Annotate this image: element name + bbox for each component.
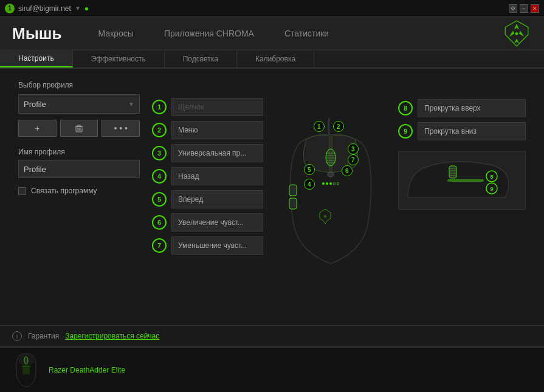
profile-select-label: Выбор профиля (18, 81, 140, 89)
mouse-btn-6-label: 6 (342, 165, 353, 176)
mapping-row-1: 1 Щелчок (152, 98, 263, 116)
mapping-input-8[interactable]: Прокрутка вверх (418, 99, 526, 117)
warranty-label: Гарантия (28, 332, 59, 340)
device-thumb-svg (14, 352, 38, 388)
user-badge: 1 (5, 4, 15, 13)
mapping-input-4[interactable]: Назад (171, 167, 263, 185)
svg-point-20 (329, 182, 332, 185)
mapping-num-9: 9 (398, 124, 413, 139)
svg-text:8: 8 (490, 174, 493, 180)
profile-name-input[interactable] (18, 160, 140, 178)
button-mappings-left: 1 Щелчок 2 Меню 3 Универсальная пр... 4 … (152, 81, 263, 313)
profile-buttons: + • • • (18, 120, 140, 137)
mapping-num-3: 3 (152, 146, 167, 160)
mapping-input-9[interactable]: Прокрутка вниз (418, 122, 526, 140)
trash-icon (75, 125, 83, 132)
mapping-input-3[interactable]: Универсальная пр... (171, 144, 263, 162)
svg-rect-32 (447, 179, 484, 182)
mouse-btn-1-label: 1 (314, 121, 325, 132)
mapping-num-8: 8 (398, 101, 413, 115)
add-profile-button[interactable]: + (18, 120, 57, 137)
mapping-num-4: 4 (152, 169, 167, 184)
mapping-num-6: 6 (152, 215, 167, 230)
title-bar-controls: ⚙ – ✕ (509, 4, 539, 13)
svg-rect-15 (289, 185, 297, 196)
razer-logo (501, 20, 532, 47)
svg-point-33 (24, 357, 28, 364)
mapping-row-5: 5 Вперед (152, 190, 263, 208)
mapping-num-7: 7 (152, 238, 167, 253)
dropdown-icon: ▼ (75, 5, 81, 12)
status-icon: ● (84, 4, 89, 13)
register-link[interactable]: Зарегистрироваться сейчас (65, 332, 159, 340)
svg-text:9: 9 (490, 186, 493, 192)
title-bar: 1 siruf@bigmir.net ▼ ● ⚙ – ✕ (0, 0, 544, 17)
mapping-input-1[interactable]: Щелчок (171, 98, 263, 116)
main-nav: Мышь Макросы Приложения CHROMA Статистик… (0, 17, 544, 50)
sub-nav: Настроить Эффективность Подсветка Калибр… (0, 50, 544, 69)
subnav-calibration[interactable]: Калибровка (237, 50, 314, 67)
nav-stats[interactable]: Статистики (284, 29, 329, 38)
subnav-configure[interactable]: Настроить (0, 50, 73, 67)
mapping-row-2: 2 Меню (152, 121, 263, 139)
device-name-label: Razer DeathAdder Elite (49, 366, 125, 374)
svg-point-18 (322, 182, 325, 185)
mapping-input-7[interactable]: Уменьшение чувст... (171, 236, 263, 255)
content-area: Выбор профиля Profile ▼ + • • (0, 69, 544, 325)
info-icon: i (12, 331, 22, 341)
app-title: Мышь (12, 24, 62, 43)
svg-point-17 (323, 215, 326, 218)
nav-items: Макросы Приложения CHROMA Статистики (98, 29, 329, 38)
username-label: siruf@bigmir.net (18, 4, 71, 13)
svg-rect-3 (78, 125, 81, 126)
mouse-btn-7-label: 7 (348, 154, 359, 165)
profile-name-label: Имя профиля (18, 148, 140, 156)
device-thumbnail (12, 352, 40, 388)
subnav-performance[interactable]: Эффективность (73, 50, 165, 67)
mapping-row-3: 3 Универсальная пр... (152, 144, 263, 162)
mapping-num-2: 2 (152, 123, 167, 137)
link-program-label: Связать программу (31, 187, 97, 195)
subnav-lighting[interactable]: Подсветка (165, 50, 237, 67)
right-panel: 8 Прокрутка вверх 9 Прокрутка вниз (398, 81, 526, 313)
svg-point-19 (326, 182, 328, 185)
mapping-row-6: 6 Увеличение чувст... (152, 213, 263, 232)
main-content: Выбор профиля Profile ▼ + • • (18, 81, 526, 313)
mapping-num-1: 1 (152, 100, 167, 114)
mapping-input-5[interactable]: Вперед (171, 190, 263, 208)
svg-point-21 (333, 182, 336, 185)
mapping-row-8: 8 Прокрутка вверх (398, 99, 526, 117)
svg-point-0 (515, 32, 518, 35)
link-program-row: Связать программу (18, 187, 140, 195)
mouse-btn-5-label: 5 (304, 164, 315, 175)
svg-rect-16 (289, 198, 297, 209)
profile-dropdown[interactable]: Profile ▼ (18, 94, 140, 114)
mapping-input-6[interactable]: Увеличение чувст... (171, 213, 263, 232)
delete-profile-button[interactable] (60, 120, 98, 137)
svg-point-8 (326, 149, 336, 166)
left-panel: Выбор профиля Profile ▼ + • • (18, 81, 140, 313)
nav-macros[interactable]: Макросы (98, 29, 134, 38)
mapping-input-2[interactable]: Меню (171, 121, 263, 139)
mouse-btn-3-label: 3 (348, 143, 359, 154)
footer-bar: i Гарантия Зарегистрироваться сейчас (0, 325, 544, 346)
svg-point-22 (337, 182, 339, 185)
svg-point-14 (328, 172, 334, 177)
svg-rect-23 (449, 166, 456, 178)
device-bar: Razer DeathAdder Elite (0, 346, 544, 392)
mouse-side-svg: 8 9 (402, 155, 517, 204)
mouse-body: 1 2 3 4 5 6 7 (276, 118, 385, 276)
nav-chroma[interactable]: Приложения CHROMA (164, 29, 254, 38)
mouse-area: 1 2 3 4 5 6 7 (275, 81, 387, 313)
chevron-down-icon: ▼ (128, 101, 134, 108)
mapping-num-5: 5 (152, 192, 167, 207)
profile-dropdown-value: Profile (24, 100, 46, 109)
mapping-row-7: 7 Уменьшение чувст... (152, 236, 263, 255)
close-button[interactable]: ✕ (531, 4, 539, 13)
minimize-button[interactable]: – (520, 4, 528, 13)
mapping-row-4: 4 Назад (152, 167, 263, 185)
more-profile-button[interactable]: • • • (102, 120, 140, 137)
mouse-side-view: 8 9 (398, 151, 526, 210)
link-program-checkbox[interactable] (18, 187, 26, 195)
settings-button[interactable]: ⚙ (509, 4, 517, 13)
